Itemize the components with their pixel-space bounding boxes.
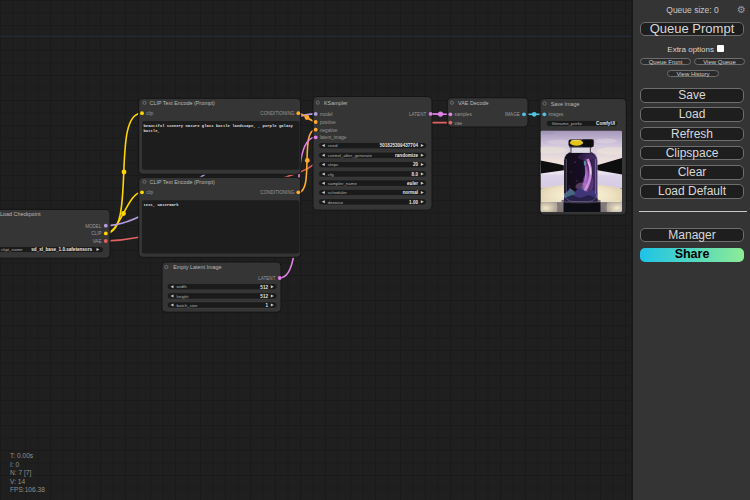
svg-text:512: 512 xyxy=(260,285,268,290)
svg-text:sampler_name: sampler_name xyxy=(328,181,358,186)
svg-text:1: 1 xyxy=(265,303,268,308)
svg-text:euler: euler xyxy=(407,181,418,186)
svg-text:batch_size: batch_size xyxy=(177,303,199,308)
svg-text:VAE Decode: VAE Decode xyxy=(458,100,488,106)
svg-text:V: 14: V: 14 xyxy=(10,478,25,485)
svg-text:CLIP Text Encode (Prompt): CLIP Text Encode (Prompt) xyxy=(150,100,216,106)
svg-text:seed: seed xyxy=(328,143,338,148)
svg-text:clip: clip xyxy=(146,190,153,195)
svg-text:control_after_generate: control_after_generate xyxy=(328,153,373,158)
svg-text:N: 7 [7]: N: 7 [7] xyxy=(10,469,31,477)
svg-text:randomize: randomize xyxy=(395,153,418,158)
svg-text:negative: negative xyxy=(320,128,338,133)
svg-text:CONDITIONING: CONDITIONING xyxy=(260,111,294,116)
svg-text:MODEL: MODEL xyxy=(85,224,102,229)
svg-text:VAE: VAE xyxy=(93,239,102,244)
svg-text:sd_xl_base_1.0.safetensors: sd_xl_base_1.0.safetensors xyxy=(31,247,92,252)
svg-text:normal: normal xyxy=(403,190,418,195)
svg-text:text, watermark: text, watermark xyxy=(144,203,180,207)
svg-text:Save Image: Save Image xyxy=(551,101,580,107)
svg-text:Load Checkpoint: Load Checkpoint xyxy=(0,211,41,217)
svg-text:1.00: 1.00 xyxy=(409,200,418,205)
svg-text:cfg: cfg xyxy=(328,172,334,177)
svg-text:LATENT: LATENT xyxy=(409,112,426,117)
svg-text:501825309437704: 501825309437704 xyxy=(380,143,419,148)
svg-text:images: images xyxy=(549,112,565,117)
svg-text:bottle,: bottle, xyxy=(144,129,160,133)
svg-text:FPS:106.38: FPS:106.38 xyxy=(10,486,45,493)
svg-text:positive: positive xyxy=(320,120,336,125)
svg-text:T: 0.00s: T: 0.00s xyxy=(10,452,34,459)
svg-text:CLIP Text Encode (Prompt): CLIP Text Encode (Prompt) xyxy=(150,179,216,185)
svg-text:Empty Latent Image: Empty Latent Image xyxy=(173,264,221,270)
svg-text:8.0: 8.0 xyxy=(412,172,419,177)
svg-text:clip: clip xyxy=(146,111,153,116)
svg-text:width: width xyxy=(177,284,188,289)
svg-text:512: 512 xyxy=(260,294,268,299)
svg-text:scheduler: scheduler xyxy=(328,190,348,195)
svg-text:LATENT: LATENT xyxy=(258,276,275,281)
svg-text:20: 20 xyxy=(413,162,419,167)
svg-text:samples: samples xyxy=(455,112,473,117)
svg-text:CLIP: CLIP xyxy=(91,231,101,236)
svg-text:IMAGE: IMAGE xyxy=(505,112,520,117)
svg-text:filename_prefix: filename_prefix xyxy=(552,121,583,126)
svg-text:ComfyUI: ComfyUI xyxy=(596,121,615,126)
svg-text:ckpt_name: ckpt_name xyxy=(1,247,23,252)
svg-text:CONDITIONING: CONDITIONING xyxy=(260,190,294,195)
svg-text:model: model xyxy=(320,112,333,117)
svg-text:denoise: denoise xyxy=(328,200,344,205)
svg-text:steps: steps xyxy=(328,162,339,167)
svg-text:height: height xyxy=(177,294,190,299)
svg-text:I: 0: I: 0 xyxy=(10,461,19,468)
svg-text:latent_image: latent_image xyxy=(320,135,347,140)
svg-text:vae: vae xyxy=(455,121,463,126)
svg-text:KSampler: KSampler xyxy=(324,100,348,106)
svg-text:beautiful scenery nature glass: beautiful scenery nature glass bottle la… xyxy=(144,124,294,128)
